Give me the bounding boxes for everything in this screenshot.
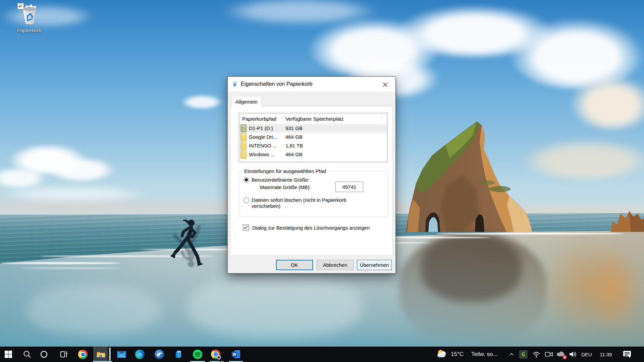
spotify-button[interactable]	[190, 347, 206, 362]
drive-name: INTENSO ...	[249, 143, 277, 148]
tray-language[interactable]: DEU	[581, 347, 592, 362]
drive-space: 1,81 TB	[285, 143, 303, 148]
word-button[interactable]: W	[228, 347, 244, 362]
apply-button[interactable]: Übernehmen	[357, 260, 392, 270]
mail-button[interactable]	[113, 347, 129, 362]
your-phone-icon	[174, 350, 183, 359]
cortana-icon	[40, 350, 48, 359]
volume-tray-button[interactable]	[568, 347, 578, 362]
video-camera-icon	[545, 351, 553, 358]
speaker-icon	[569, 351, 577, 358]
task-view-icon	[59, 350, 68, 359]
cloud	[181, 95, 223, 109]
list-row[interactable]: Google Dri... 464 GB	[239, 133, 387, 141]
radio-delete-immediately[interactable]	[244, 197, 249, 203]
edge-button[interactable]	[132, 347, 148, 362]
recording-badge	[217, 355, 221, 360]
list-row[interactable]: INTENSO ... 1,81 TB	[239, 141, 387, 150]
action-center-button[interactable]	[621, 347, 633, 362]
tray-weather-text[interactable]: Teilw. so...	[471, 347, 497, 362]
thunderbird-button[interactable]	[151, 347, 167, 362]
drive-space: 931 GB	[285, 125, 303, 131]
onedrive-error-icon	[556, 350, 566, 358]
drive-folder-yellow-icon	[240, 142, 247, 150]
chrome-button[interactable]	[75, 347, 91, 362]
settings-groupbox: Einstellungen für ausgewählten Pfad Benu…	[239, 171, 388, 217]
max-size-label: Maximale Größe (MB):	[260, 184, 311, 190]
surf-foam	[0, 262, 121, 264]
taskbar: W 15°C Teilw. so... G	[0, 347, 644, 362]
tab-page: Papierkorbpfad Verfügbarer Speicherplatz…	[230, 106, 393, 256]
cancel-button[interactable]: Abbrechen	[317, 260, 354, 270]
weather-sun-cloud-icon	[437, 350, 447, 359]
list-header[interactable]: Papierkorbpfad Verfügbarer Speicherplatz	[239, 113, 387, 123]
column-separator[interactable]	[382, 114, 382, 122]
cortana-button[interactable]	[36, 347, 52, 362]
desktop-icon-recycle-bin[interactable]: Papierkorb	[11, 2, 47, 37]
thunderbird-icon	[155, 350, 164, 359]
tab-label: Allgemein	[235, 99, 258, 105]
tray-temperature[interactable]: 15°C	[451, 347, 464, 362]
radio-delete-label-line1[interactable]: Dateien sofort löschen (nicht in Papierk…	[252, 197, 346, 203]
onedrive-tray-button[interactable]	[555, 347, 567, 362]
drive-folder-yellow-icon	[240, 133, 247, 141]
desktop-icon-label: Papierkorb	[11, 27, 47, 33]
radio-delete-label-line2[interactable]: verschieben)	[252, 203, 280, 209]
groupbox-label: Einstellungen für ausgewählten Pfad	[243, 168, 328, 174]
windows-logo-icon	[4, 350, 12, 358]
column-header-path[interactable]: Papierkorbpfad	[242, 116, 276, 122]
tab-allgemein[interactable]: Allgemein	[231, 96, 262, 107]
surf-foam	[436, 233, 624, 235]
drive-name: D1-P1 (D:)	[249, 125, 273, 131]
close-icon	[383, 82, 388, 87]
network-tray-button[interactable]	[531, 347, 541, 362]
list-row[interactable]: Windows ... 464 GB	[239, 150, 387, 159]
weather-widget-icon-area[interactable]	[436, 347, 449, 362]
cloud	[47, 157, 116, 181]
tray-clock[interactable]: 11:39	[600, 347, 612, 362]
recycle-bin-small-icon	[232, 81, 238, 87]
greenshot-icon: G	[519, 350, 528, 359]
confirm-delete-checkbox[interactable]	[243, 225, 249, 231]
recycle-bin-properties-dialog: Eigenschaften von Papierkorb Allgemein P…	[227, 76, 396, 274]
rock-reflection	[421, 235, 522, 302]
distant-cliffs	[610, 205, 644, 232]
chrome-icon	[78, 350, 88, 359]
check-icon	[18, 3, 23, 8]
error-badge-icon	[562, 355, 567, 359]
file-explorer-multi-window-indicator[interactable]	[109, 348, 111, 361]
column-separator[interactable]	[282, 114, 282, 122]
drive-name: Google Dri...	[249, 134, 277, 140]
sunlit-reflection	[587, 245, 644, 335]
drive-folder-green-icon	[240, 124, 247, 132]
rock-arch-island	[396, 118, 543, 232]
search-icon	[23, 350, 32, 359]
start-button[interactable]	[0, 347, 16, 362]
tray-expand-button[interactable]	[506, 347, 517, 362]
chrome-recording-button[interactable]	[208, 347, 224, 362]
max-size-input[interactable]	[335, 182, 363, 192]
dialog-titlebar[interactable]: Eigenschaften von Papierkorb	[228, 77, 395, 92]
sky-reflection	[27, 285, 161, 335]
check-icon	[243, 225, 248, 230]
radio-custom-size[interactable]	[244, 177, 249, 183]
recycle-path-list[interactable]: Papierkorbpfad Verfügbarer Speicherplatz…	[239, 113, 387, 162]
search-button[interactable]	[19, 347, 35, 362]
file-explorer-button[interactable]	[93, 347, 109, 362]
dialog-title: Eigenschaften von Papierkorb	[241, 81, 312, 87]
wifi-icon	[532, 351, 540, 358]
your-phone-button[interactable]	[171, 347, 187, 362]
close-button[interactable]	[379, 81, 391, 88]
meet-now-tray-button[interactable]	[543, 347, 554, 362]
column-header-space[interactable]: Verfügbarer Speicherplatz	[285, 116, 343, 122]
radio-custom-size-label[interactable]: Benutzerdefinierte Größe:	[252, 177, 310, 183]
ok-button-label: OK	[291, 262, 298, 268]
greenshot-tray-button[interactable]: G	[518, 347, 529, 362]
confirm-delete-label[interactable]: Dialog zur Bestätigung des Löschvorgangs…	[252, 225, 370, 231]
ok-button[interactable]: OK	[276, 260, 313, 270]
runner-reflection	[168, 221, 205, 268]
edge-icon	[135, 350, 145, 359]
list-row[interactable]: D1-P1 (D:) 931 GB	[239, 124, 387, 133]
icon-selection-checkbox[interactable]	[17, 3, 24, 9]
task-view-button[interactable]	[56, 347, 72, 362]
